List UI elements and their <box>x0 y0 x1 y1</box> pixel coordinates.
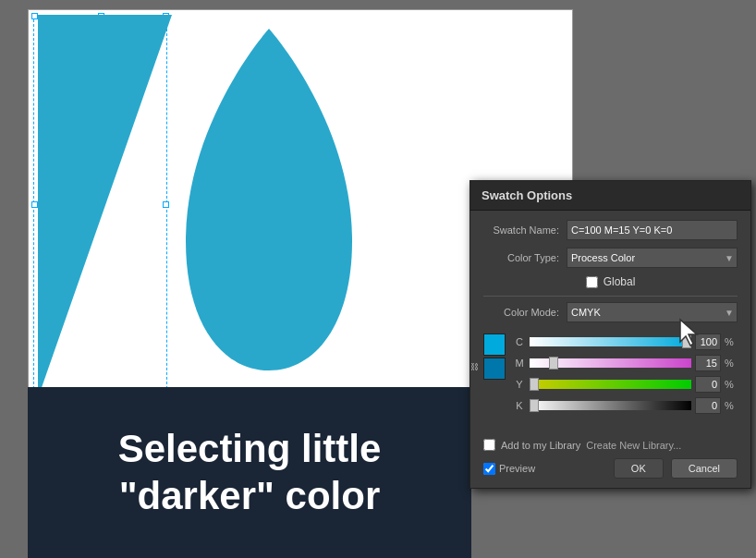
color-mode-row: Color Mode: CMYK RGB Lab ▼ <box>483 302 738 322</box>
swatch-options-dialog: Swatch Options Swatch Name: Color Type: … <box>469 180 751 489</box>
dialog-title-bar: Swatch Options <box>470 181 750 211</box>
m-value-input[interactable] <box>695 355 721 371</box>
dark-overlay: Selecting little "darker" color <box>28 387 471 558</box>
y-slider-row: Y % <box>513 376 738 393</box>
color-mode-label: Color Mode: <box>483 307 567 318</box>
swatch-name-row: Swatch Name: <box>483 220 738 240</box>
preview-ok-row: Preview OK Cancel <box>483 458 738 479</box>
svg-marker-0 <box>38 15 172 398</box>
k-unit: % <box>725 400 738 411</box>
slider-rows: C % M % <box>513 334 738 418</box>
color-mode-select[interactable]: CMYK RGB Lab <box>567 302 738 322</box>
c-unit: % <box>725 336 738 347</box>
c-slider-row: C % <box>513 334 738 350</box>
color-preview-column: ⛓ <box>483 334 506 380</box>
c-slider-thumb[interactable] <box>682 335 691 348</box>
color-type-label: Color Type: <box>483 252 567 263</box>
preview-row: Preview <box>483 463 535 475</box>
ok-button[interactable]: OK <box>614 458 664 479</box>
global-row: Global <box>483 275 738 288</box>
color-mode-select-wrapper: CMYK RGB Lab ▼ <box>567 302 738 322</box>
preview-checkbox[interactable] <box>483 463 495 475</box>
swatch-name-input[interactable] <box>567 220 738 240</box>
library-row: Add to my Library Create New Library... <box>483 439 738 451</box>
shape-left <box>29 10 177 407</box>
waterdrop-big <box>167 29 371 380</box>
y-unit: % <box>725 379 738 390</box>
m-slider-row: M % <box>513 355 738 371</box>
sliders-area: ⛓ C % M <box>483 330 738 422</box>
k-slider-row: K % <box>513 397 738 414</box>
c-label: C <box>513 336 526 347</box>
divider <box>483 296 738 297</box>
m-unit: % <box>725 358 738 369</box>
color-swatch-previous-wrapper: ⛓ <box>483 358 506 380</box>
k-value-input[interactable] <box>695 397 721 414</box>
y-slider-thumb[interactable] <box>530 378 539 391</box>
k-slider-thumb[interactable] <box>530 399 539 412</box>
color-type-row: Color Type: Process Color Spot Color ▼ <box>483 248 738 268</box>
add-to-library-checkbox[interactable] <box>483 439 495 451</box>
create-library-button[interactable]: Create New Library... <box>586 440 681 451</box>
c-value-input[interactable] <box>695 334 721 350</box>
overlay-text: Selecting little "darker" color <box>109 417 391 528</box>
dialog-title: Swatch Options <box>482 188 572 202</box>
swatch-name-label: Swatch Name: <box>483 224 567 236</box>
dialog-footer: Add to my Library Create New Library... … <box>470 431 750 488</box>
c-slider-track[interactable] <box>530 337 691 346</box>
add-to-library-label: Add to my Library <box>501 440 580 451</box>
color-swatch-previous <box>483 358 506 380</box>
swatch-link-icon: ⛓ <box>470 362 479 371</box>
k-slider-track[interactable] <box>530 401 691 410</box>
cancel-button[interactable]: Cancel <box>671 458 738 479</box>
m-label: M <box>513 358 526 369</box>
m-slider-thumb[interactable] <box>549 357 558 370</box>
m-slider-track[interactable] <box>530 358 691 368</box>
dialog-buttons: OK Cancel <box>614 458 738 479</box>
global-checkbox[interactable] <box>586 276 598 288</box>
color-type-select-wrapper: Process Color Spot Color ▼ <box>567 248 738 268</box>
y-slider-track[interactable] <box>530 380 691 389</box>
k-label: K <box>513 400 526 411</box>
preview-label: Preview <box>499 463 535 474</box>
y-value-input[interactable] <box>695 376 721 393</box>
global-label: Global <box>604 275 636 288</box>
color-swatch-current <box>483 334 506 356</box>
color-type-select[interactable]: Process Color Spot Color <box>567 248 738 268</box>
y-label: Y <box>513 379 526 390</box>
